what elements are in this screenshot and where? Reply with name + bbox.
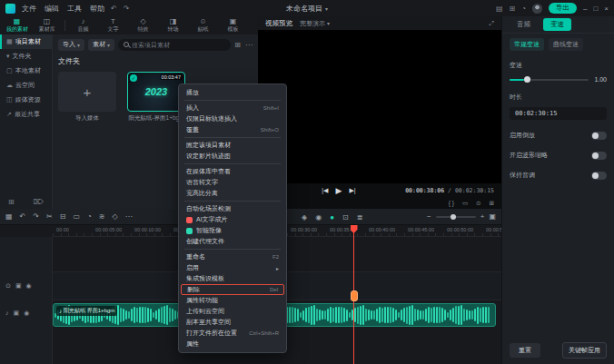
inspector-tab-音频[interactable]: 音频: [510, 18, 538, 31]
context-menu-item-AI文字成片[interactable]: AI文字成片: [179, 214, 286, 225]
context-menu-item-语音转文字[interactable]: 语音转文字: [179, 177, 286, 188]
nav-tab-贴纸[interactable]: ☺贴纸: [188, 18, 218, 33]
snapshot-icon[interactable]: ⊙: [476, 200, 480, 207]
avatar[interactable]: [532, 4, 542, 14]
ripple-delete-icon[interactable]: ≋: [99, 212, 105, 221]
next-frame-button[interactable]: ▶|: [349, 187, 355, 194]
context-menu-item-插入[interactable]: 插入Shift+I: [179, 103, 286, 113]
snapshot-icon[interactable]: ⊡: [342, 213, 349, 221]
nav-tab-素材库[interactable]: ◫素材库: [32, 18, 62, 33]
project-title-dropdown[interactable]: 未命名项目 ▾: [286, 4, 328, 14]
trash-icon[interactable]: ⊟: [60, 212, 66, 221]
context-menu-item-副本至共享空间[interactable]: 副本至共享空间: [179, 317, 286, 328]
media-panel-icon[interactable]: ▦: [5, 212, 13, 221]
speed-slider[interactable]: [510, 79, 589, 81]
playhead[interactable]: [353, 225, 354, 364]
context-menu-item-属性[interactable]: 属性: [179, 339, 286, 349]
lock-icon[interactable]: ▣: [15, 282, 22, 290]
source-filter-button[interactable]: 素材 ▾: [88, 39, 114, 51]
sidebar-item-媒体资源[interactable]: ◫媒体资源: [0, 93, 52, 107]
context-menu-item-创建代理文件[interactable]: 创建代理文件: [179, 236, 286, 247]
context-menu-item-仅限目标轨道插入[interactable]: 仅限目标轨道插入: [179, 113, 286, 124]
close-button[interactable]: ×: [604, 5, 609, 13]
timeline-marker[interactable]: [351, 290, 358, 301]
zoom-in-icon[interactable]: +: [480, 212, 485, 221]
search-input[interactable]: [132, 42, 225, 48]
mixer-icon[interactable]: ≣: [357, 213, 363, 221]
context-menu-item-在媒体库中查看[interactable]: 在媒体库中查看: [179, 166, 286, 177]
mute-icon[interactable]: ◉: [24, 310, 29, 317]
toggle-开启波形缩略[interactable]: [591, 152, 607, 160]
sidebar-item-最近共享[interactable]: ↗最近共享: [0, 107, 52, 122]
context-menu-item-属性转功能[interactable]: 属性转功能: [179, 295, 286, 306]
maximize-button[interactable]: □: [593, 5, 598, 13]
context-menu-item-覆盖[interactable]: 覆盖Shift+O: [179, 124, 286, 135]
menu-item[interactable]: 工具: [67, 4, 82, 14]
crop-preview-icon[interactable]: ▭: [462, 200, 468, 207]
redo-icon[interactable]: ↷: [124, 5, 130, 13]
speed-icon[interactable]: ◔: [87, 212, 92, 221]
keyframe-apply-button[interactable]: 关键帧应用: [562, 342, 607, 359]
sidebar-item-文件夹[interactable]: ▾文件夹: [0, 49, 52, 64]
context-menu-item-上传到云空间[interactable]: 上传到云空间: [179, 306, 286, 317]
new-folder-icon[interactable]: ⊞: [8, 198, 15, 206]
context-menu-item-删除[interactable]: 删除Del: [181, 284, 284, 295]
media-clip-tile[interactable]: 2023 00:03:47 ✓ 阳光贴纸-界面1+bgm: [127, 72, 185, 123]
menu-item[interactable]: 帮助: [90, 4, 104, 14]
voiceover-icon[interactable]: ◉: [315, 213, 322, 221]
duration-value-field[interactable]: 00:02:30:15: [510, 107, 607, 120]
zoom-slider[interactable]: [436, 216, 476, 218]
export-button[interactable]: 导出: [549, 3, 577, 14]
menu-item[interactable]: 文件: [22, 4, 36, 14]
context-menu-item-重命名[interactable]: 重命名F2: [179, 251, 286, 262]
context-menu-item-打开文件所在位置[interactable]: 打开文件所在位置Ctrl+Shift+R: [179, 328, 286, 339]
more-tools-icon[interactable]: ⋯: [125, 212, 133, 221]
reset-button[interactable]: 重置: [510, 343, 540, 358]
play-button[interactable]: ▶: [335, 186, 342, 195]
preview-mode-dropdown[interactable]: 完整演示 ▾: [300, 19, 330, 28]
nav-tab-模板[interactable]: ▣模板: [218, 18, 248, 33]
scissors-icon[interactable]: ✂: [46, 212, 53, 221]
previous-frame-button[interactable]: |◀: [322, 187, 328, 194]
context-menu-item-启用[interactable]: 启用▸: [179, 262, 286, 273]
marker-icon[interactable]: ◈: [302, 213, 307, 221]
plugin-icon[interactable]: ⊞: [509, 5, 515, 13]
zoom-slider-knob[interactable]: [451, 214, 456, 220]
import-button[interactable]: 导入 ▾: [58, 39, 84, 51]
speed-subtab-曲线变速[interactable]: 曲线变速: [549, 38, 583, 51]
redo-icon[interactable]: ↷: [33, 212, 39, 221]
app-logo-icon[interactable]: [5, 4, 15, 14]
nav-tab-音频[interactable]: ♪音频: [68, 18, 98, 33]
keyframe-icon[interactable]: ◇: [112, 212, 117, 221]
undo-icon[interactable]: ↶: [111, 5, 117, 13]
crop-icon[interactable]: ▭: [73, 212, 80, 221]
notification-icon[interactable]: ◔: [521, 5, 526, 13]
nav-tab-文字[interactable]: T文字: [98, 18, 128, 33]
import-media-tile[interactable]: + 导入媒体: [58, 72, 116, 123]
context-menu-item-集成预设模板[interactable]: 集成预设模板: [179, 273, 286, 284]
undo-icon[interactable]: ↶: [20, 212, 26, 221]
context-menu-item-宽高比分离[interactable]: 宽高比分离: [179, 188, 286, 199]
delete-folder-icon[interactable]: ⌦: [34, 198, 44, 206]
render-preview-icon[interactable]: ●: [330, 213, 334, 221]
mark-in-out-icon[interactable]: { }: [449, 200, 454, 206]
toggle-保持音调[interactable]: [591, 172, 607, 180]
context-menu-item-播放[interactable]: 播放: [179, 87, 286, 98]
menu-item[interactable]: 编辑: [45, 4, 59, 14]
slider-knob[interactable]: [524, 76, 530, 83]
preview-screen[interactable]: [258, 30, 501, 183]
nav-tab-我的素材[interactable]: ▦我的素材: [2, 18, 32, 33]
context-menu-item-固定该项目素材[interactable]: 固定该项目素材: [179, 140, 286, 151]
nav-tab-转场[interactable]: ◨转场: [158, 18, 188, 33]
import-tile-box[interactable]: +: [58, 72, 116, 112]
context-menu-item-设定影片轨迹图[interactable]: 设定影片轨迹图: [179, 151, 286, 162]
preview-expand-icon[interactable]: ⤢: [489, 20, 494, 27]
layout-icon[interactable]: ▤: [496, 5, 503, 13]
audio-track-icon[interactable]: ♪: [5, 310, 9, 317]
sidebar-item-本地素材[interactable]: ▢本地素材: [0, 64, 52, 78]
inspector-tab-变速[interactable]: 变速: [543, 18, 571, 31]
sidebar-item-项目素材[interactable]: ▦项目素材: [0, 34, 52, 49]
speed-subtab-常规变速[interactable]: 常规变速: [510, 38, 544, 51]
fit-timeline-icon[interactable]: ▣: [489, 212, 496, 221]
minimize-button[interactable]: –: [583, 5, 587, 13]
